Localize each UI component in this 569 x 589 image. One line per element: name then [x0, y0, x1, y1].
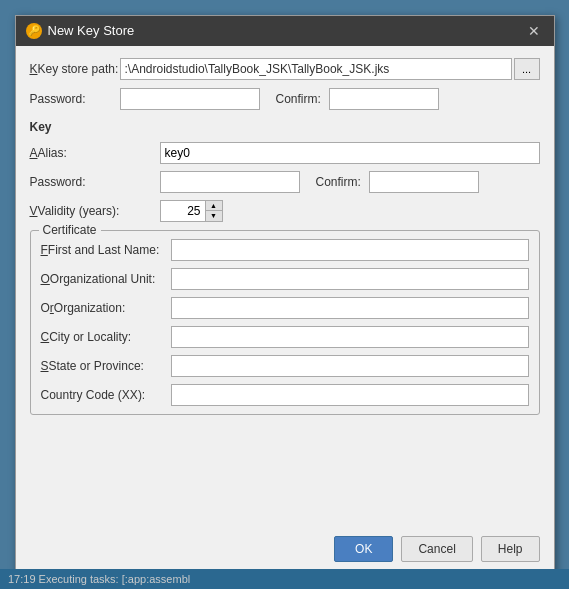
organization-label: OrOrganization:	[41, 301, 171, 315]
first-last-name-row: FFirst and Last Name:	[41, 239, 529, 261]
state-input[interactable]	[171, 355, 529, 377]
organization-row: OrOrganization:	[41, 297, 529, 319]
key-store-path-input[interactable]	[120, 58, 512, 80]
spinner-up-button[interactable]: ▲	[206, 201, 222, 212]
key-confirm-input[interactable]	[369, 171, 479, 193]
cancel-button[interactable]: Cancel	[401, 536, 472, 562]
validity-spinner: ▲ ▼	[160, 200, 223, 222]
dialog-body: KKey store path: ... Password: Confirm: …	[16, 46, 554, 528]
organization-input[interactable]	[171, 297, 529, 319]
city-row: CCity or Locality:	[41, 326, 529, 348]
password-input[interactable]	[120, 88, 260, 110]
help-button[interactable]: Help	[481, 536, 540, 562]
title-bar-left: 🔑 New Key Store	[26, 23, 135, 39]
org-unit-input[interactable]	[171, 268, 529, 290]
browse-button[interactable]: ...	[514, 58, 540, 80]
password-label: Password:	[30, 92, 120, 106]
dialog-icon: 🔑	[26, 23, 42, 39]
first-last-name-input[interactable]	[171, 239, 529, 261]
city-input[interactable]	[171, 326, 529, 348]
dialog-footer: OK Cancel Help	[16, 528, 554, 574]
key-password-input[interactable]	[160, 171, 300, 193]
key-password-label: Password:	[30, 175, 160, 189]
country-row: Country Code (XX):	[41, 384, 529, 406]
key-confirm-label: Confirm:	[316, 175, 361, 189]
validity-input[interactable]	[160, 200, 205, 222]
close-button[interactable]: ✕	[524, 22, 544, 40]
key-store-path-row: KKey store path: ...	[30, 58, 540, 80]
spinner-buttons: ▲ ▼	[205, 200, 223, 222]
city-label: CCity or Locality:	[41, 330, 171, 344]
country-input[interactable]	[171, 384, 529, 406]
key-section-label: Key	[30, 120, 540, 134]
ok-button[interactable]: OK	[334, 536, 393, 562]
validity-row: VValidity (years): ▲ ▼	[30, 200, 540, 222]
confirm-input[interactable]	[329, 88, 439, 110]
key-password-row: Password: Confirm:	[30, 171, 540, 193]
top-password-row: Password: Confirm:	[30, 88, 540, 110]
status-text: 17:19 Executing tasks: [:app:assembl	[8, 573, 190, 585]
dialog-title: New Key Store	[48, 23, 135, 38]
certificate-group: Certificate FFirst and Last Name: OOrgan…	[30, 230, 540, 415]
key-store-path-label: KKey store path:	[30, 62, 120, 76]
title-bar: 🔑 New Key Store ✕	[16, 16, 554, 46]
status-bar: 17:19 Executing tasks: [:app:assembl	[0, 569, 569, 589]
org-unit-label: OOrganizational Unit:	[41, 272, 171, 286]
certificate-legend: Certificate	[39, 223, 101, 237]
new-key-store-dialog: 🔑 New Key Store ✕ KKey store path: ... P…	[15, 15, 555, 575]
state-row: SState or Province:	[41, 355, 529, 377]
alias-label: AAlias:	[30, 146, 160, 160]
confirm-label: Confirm:	[276, 92, 321, 106]
validity-label: VValidity (years):	[30, 204, 160, 218]
country-label: Country Code (XX):	[41, 388, 171, 402]
org-unit-row: OOrganizational Unit:	[41, 268, 529, 290]
spinner-down-button[interactable]: ▼	[206, 211, 222, 221]
alias-row: AAlias:	[30, 142, 540, 164]
alias-input[interactable]	[160, 142, 540, 164]
first-last-name-label: FFirst and Last Name:	[41, 243, 171, 257]
state-label: SState or Province:	[41, 359, 171, 373]
